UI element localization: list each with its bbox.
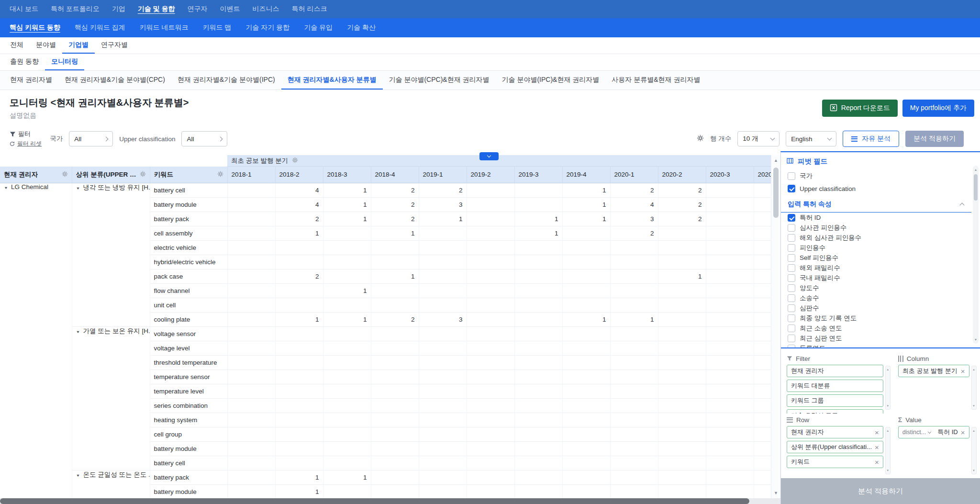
- tab-monitoring-1[interactable]: 현재 권리자별&기술 분야별(CPC): [58, 71, 171, 90]
- collapse-triangle-icon[interactable]: ▼: [4, 185, 8, 190]
- column-chip[interactable]: 최초 공보 발행 분기×: [898, 365, 969, 377]
- collapse-triangle-icon[interactable]: ▼: [76, 473, 80, 477]
- patent-attr-field-4[interactable]: Self 피인용수: [781, 253, 971, 263]
- group-cell[interactable]: ▼냉각 또는 냉방 유지 [H...: [72, 183, 150, 326]
- panel-scrollbar[interactable]: ▲▼: [885, 366, 891, 410]
- apply-analysis-bar-button[interactable]: 분석 적용하기: [781, 478, 980, 504]
- panel-scrollbar[interactable]: ▲▼: [885, 427, 891, 474]
- gear-icon[interactable]: [292, 157, 298, 165]
- patent-attr-field-10[interactable]: 최종 양도 기록 연도: [781, 313, 971, 323]
- vertical-scrollbar[interactable]: ▲ ▼: [771, 155, 780, 498]
- language-select[interactable]: English: [786, 131, 836, 146]
- nav-primary-item-6[interactable]: 비즈니스: [253, 5, 279, 13]
- filter-chip[interactable]: 기술 유망성 등급: [787, 409, 883, 414]
- nav-primary-item-7[interactable]: 특허 리스크: [292, 5, 327, 13]
- panel-scrollbar[interactable]: ▲▼: [971, 366, 977, 410]
- gear-icon[interactable]: [697, 134, 704, 143]
- checkbox-icon[interactable]: [788, 172, 795, 180]
- remove-icon[interactable]: ×: [875, 459, 879, 466]
- nav-primary-item-1[interactable]: 특허 포트폴리오: [51, 5, 100, 13]
- nav-secondary-item-0[interactable]: 핵심 키워드 동향: [10, 23, 60, 32]
- nav-primary-item-5[interactable]: 이벤트: [220, 5, 240, 13]
- patent-attr-field-5[interactable]: 해외 패밀리수: [781, 263, 971, 273]
- aggregation-select[interactable]: distinct...: [902, 429, 926, 436]
- pivot-col-header-2[interactable]: 키워드: [150, 167, 227, 183]
- tab-scope-1[interactable]: 분야별: [30, 37, 62, 54]
- apply-analysis-button[interactable]: 분석 적용하기: [905, 131, 964, 147]
- nav-secondary-item-5[interactable]: 기술 유입: [304, 23, 333, 32]
- checkbox-icon[interactable]: [788, 254, 795, 262]
- patent-attr-field-0[interactable]: 특허 ID: [781, 213, 971, 223]
- tab-monitoring-6[interactable]: 사용자 분류별&현재 권리자별: [605, 71, 706, 90]
- country-select[interactable]: All: [69, 131, 113, 146]
- horizontal-scrollbar[interactable]: [0, 498, 780, 504]
- remove-icon[interactable]: ×: [875, 444, 879, 451]
- row-count-select[interactable]: 10 개: [737, 131, 780, 146]
- patent-attrs-section-header[interactable]: 입력 특허 속성: [781, 197, 971, 213]
- scroll-down-icon[interactable]: ▼: [771, 491, 780, 495]
- tab-monitoring-0[interactable]: 현재 권리자별: [4, 71, 58, 90]
- tab-monitoring-3[interactable]: 현재 권리자별&사용자 분류별: [281, 71, 383, 90]
- filter-reset-button[interactable]: 필터 리셋: [10, 140, 42, 148]
- nav-primary-item-0[interactable]: 대시 보드: [10, 5, 38, 13]
- tab-monitoring-5[interactable]: 기술 분야별(IPC)&현재 권리자별: [496, 71, 606, 90]
- checkbox-icon[interactable]: [788, 224, 795, 232]
- filter-chip[interactable]: 키워드 그룹: [787, 394, 883, 407]
- checkbox-icon[interactable]: [788, 234, 795, 242]
- nav-primary-item-2[interactable]: 기업: [112, 5, 125, 13]
- checkbox-icon[interactable]: [788, 264, 795, 272]
- free-analysis-button[interactable]: 자유 분석: [843, 131, 899, 147]
- filter-chip[interactable]: 현재 권리자: [787, 365, 883, 377]
- remove-icon[interactable]: ×: [875, 429, 879, 436]
- checkbox-icon[interactable]: [788, 304, 795, 312]
- checkbox-icon[interactable]: [788, 294, 795, 302]
- nav-secondary-item-6[interactable]: 기술 확산: [347, 23, 376, 32]
- nav-primary-item-3[interactable]: 기술 및 융합: [138, 5, 175, 13]
- add-to-portfolio-button[interactable]: My portfolio에 추가: [902, 100, 974, 117]
- nav-secondary-item-1[interactable]: 핵심 키워드 집계: [75, 23, 125, 32]
- checkbox-icon[interactable]: [788, 335, 795, 342]
- checkbox-checked-icon[interactable]: [788, 185, 795, 192]
- scrollbar-thumb[interactable]: [773, 168, 779, 218]
- pivot-col-header-0[interactable]: 현재 권리자: [0, 167, 72, 183]
- report-download-button[interactable]: Report 다운로드: [822, 100, 898, 117]
- gear-icon[interactable]: [140, 171, 146, 179]
- group-cell[interactable]: ▼온도 균일성 또는 온도 ...: [72, 470, 150, 498]
- nav-secondary-item-4[interactable]: 기술 자기 융합: [245, 23, 290, 32]
- patent-attr-field-8[interactable]: 소송수: [781, 293, 971, 303]
- upper-class-select[interactable]: All: [181, 131, 227, 146]
- pivot-field-1[interactable]: Upper classification: [781, 182, 971, 195]
- checkbox-icon[interactable]: [788, 274, 795, 282]
- nav-primary-item-4[interactable]: 연구자: [188, 5, 208, 13]
- patent-attr-field-1[interactable]: 심사관 피인용수: [781, 223, 971, 233]
- patent-attr-field-12[interactable]: 최근 심판 연도: [781, 333, 971, 343]
- remove-icon[interactable]: ×: [961, 368, 965, 375]
- gear-icon[interactable]: [217, 171, 223, 179]
- pivot-col-header-1[interactable]: 상위 분류(UPPER CLA...: [72, 167, 150, 183]
- sidebar-scrollbar[interactable]: ▲ ▼: [973, 166, 979, 344]
- checkbox-icon[interactable]: [788, 345, 795, 349]
- tab-scope-0[interactable]: 전체: [4, 37, 30, 54]
- checkbox-icon[interactable]: [788, 244, 795, 252]
- row-chip[interactable]: 현재 권리자×: [787, 426, 883, 438]
- filter-chip[interactable]: 키워드 대분류: [787, 380, 883, 392]
- tab-monitoring-2[interactable]: 현재 권리자별&기술 분야별(IPC): [171, 71, 281, 90]
- tab-monitoring-4[interactable]: 기술 분야별(CPC)&현재 권리자별: [383, 71, 496, 90]
- panel-scrollbar[interactable]: ▲▼: [971, 427, 977, 474]
- patent-attr-field-3[interactable]: 피인용수: [781, 243, 971, 253]
- tab-scope-3[interactable]: 연구자별: [95, 37, 134, 54]
- patent-attr-field-6[interactable]: 국내 패밀리수: [781, 273, 971, 283]
- checkbox-icon[interactable]: [788, 284, 795, 292]
- gear-icon[interactable]: [62, 171, 68, 179]
- pivot-field-0[interactable]: 국가: [781, 170, 971, 182]
- checkbox-icon[interactable]: [788, 314, 795, 322]
- patent-attr-field-11[interactable]: 최근 소송 연도: [781, 323, 971, 333]
- collapse-column-header-button[interactable]: [479, 152, 499, 160]
- owner-cell[interactable]: ▼LG Chemical: [0, 183, 72, 498]
- scroll-up-icon[interactable]: ▲: [771, 158, 780, 163]
- checkbox-checked-icon[interactable]: [788, 214, 795, 222]
- patent-attr-field-7[interactable]: 양도수: [781, 283, 971, 293]
- scroll-up-icon[interactable]: ▲: [973, 168, 979, 171]
- remove-icon[interactable]: ×: [961, 429, 965, 436]
- collapse-triangle-icon[interactable]: ▼: [76, 186, 80, 190]
